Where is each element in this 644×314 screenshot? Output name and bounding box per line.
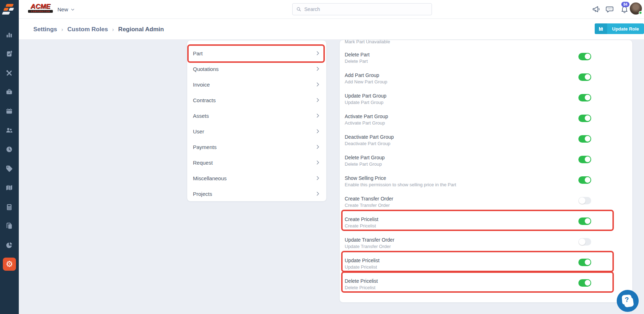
permission-subtitle: Update Part Group	[345, 99, 387, 106]
notification-badge: 84	[621, 2, 629, 7]
permission-toggle[interactable]	[578, 176, 591, 184]
category-item[interactable]: Miscellaneous	[187, 170, 326, 186]
permission-toggle[interactable]	[578, 135, 591, 143]
toggle-knob	[584, 73, 591, 81]
acme-logo[interactable]: ACME CORPORATION	[28, 3, 53, 16]
search-input[interactable]	[304, 6, 428, 12]
permission-text: Update Pricelist Update Pricelist	[345, 257, 379, 270]
toggle-knob	[584, 94, 591, 101]
save-icon	[595, 23, 607, 34]
calendar-icon	[5, 107, 13, 115]
sidebar-item-documents[interactable]	[5, 222, 13, 230]
sidebar-item-reports[interactable]	[5, 241, 13, 249]
category-item[interactable]: User	[187, 123, 326, 139]
permission-text: Activate Part Group Activate Part Group	[345, 113, 388, 126]
permission-subtitle: Delete Part	[345, 58, 370, 65]
search-icon	[296, 6, 301, 12]
category-label: User	[193, 128, 204, 134]
documents-icon	[5, 222, 13, 230]
help-button[interactable]: ?	[617, 290, 639, 312]
toggle-knob	[579, 238, 585, 245]
breadcrumb-current-page: Regional Admin	[118, 26, 164, 33]
permission-toggle[interactable]	[578, 279, 591, 287]
permission-toggle[interactable]	[578, 259, 591, 266]
permission-subtitle: Update Pricelist	[345, 264, 379, 270]
category-item[interactable]: Quotations	[187, 61, 326, 77]
chevron-right-icon	[315, 50, 321, 56]
permission-title: Create Pricelist	[345, 216, 378, 222]
permission-toggle[interactable]	[578, 197, 591, 204]
category-label: Part	[193, 50, 203, 56]
permission-toggle[interactable]	[578, 73, 591, 81]
permission-subtitle: Add New Part Group	[345, 79, 387, 85]
sidebar-item-timesheet[interactable]	[5, 145, 13, 154]
permission-subtitle: Update Transfer Order	[345, 243, 394, 250]
sidebar-item-map[interactable]	[5, 183, 13, 192]
sidebar-item-calendar[interactable]	[5, 107, 13, 115]
category-item[interactable]: Part	[187, 45, 326, 61]
toggle-knob	[584, 156, 591, 163]
toggle-knob	[579, 197, 585, 204]
permission-toggle[interactable]	[578, 94, 591, 101]
toggle-knob	[584, 217, 591, 225]
jobs-icon	[5, 50, 13, 58]
permission-row: Update Transfer Order Update Transfer Or…	[345, 232, 591, 253]
permission-row: Delete Part Delete Part	[345, 47, 591, 68]
chevron-down-icon	[71, 7, 75, 12]
sidebar-item-team[interactable]	[5, 126, 13, 134]
announcements-button[interactable]	[592, 5, 601, 14]
zuper-logo-icon[interactable]	[3, 4, 15, 16]
messages-button[interactable]	[605, 5, 614, 14]
sidebar-item-settings[interactable]: ⚙	[3, 258, 16, 271]
acme-logo-word: ACME	[28, 3, 53, 10]
chevron-right-icon	[315, 128, 321, 134]
permission-toggle[interactable]	[578, 156, 591, 163]
topbar: ACME CORPORATION New 84	[19, 0, 644, 19]
sidebar-item-tags[interactable]	[5, 164, 13, 173]
permission-subtitle: Enable this permission to show selling p…	[345, 182, 456, 188]
category-item[interactable]: Request	[187, 155, 326, 170]
permission-subtitle: Deactivate Part Group	[345, 141, 394, 147]
online-status-dot	[639, 11, 642, 15]
category-label: Contracts	[193, 97, 216, 103]
category-item[interactable]: Invoice	[187, 77, 326, 92]
permission-title: Show Selling Price	[345, 175, 456, 181]
permission-toggle[interactable]	[578, 217, 591, 225]
chat-icon	[605, 5, 614, 13]
update-role-button[interactable]: Update Role	[595, 23, 644, 34]
category-label: Projects	[193, 191, 212, 197]
tools-icon	[5, 69, 13, 77]
permission-toggle[interactable]	[578, 53, 591, 60]
permission-toggle[interactable]	[578, 115, 591, 122]
category-label: Request	[193, 160, 213, 166]
chevron-right-icon	[315, 191, 321, 197]
sidebar-item-analytics[interactable]	[5, 31, 13, 39]
breadcrumb-settings[interactable]: Settings	[33, 26, 57, 33]
sidebar-item-calculator[interactable]	[5, 203, 13, 211]
permission-text: Update Part Group Update Part Group	[345, 93, 387, 106]
calculator-icon	[5, 203, 13, 211]
permission-title: Update Part Group	[345, 93, 387, 99]
new-menu-label: New	[57, 6, 68, 12]
sidebar-item-services[interactable]	[5, 88, 13, 96]
toggle-knob	[584, 279, 591, 286]
sidebar-item-tools[interactable]	[5, 69, 13, 77]
category-label: Payments	[193, 144, 217, 150]
permission-text: Deactivate Part Group Deactivate Part Gr…	[345, 134, 394, 147]
category-item[interactable]: Payments	[187, 139, 326, 155]
category-item[interactable]: Projects	[187, 186, 326, 202]
breadcrumb-custom-roles[interactable]: Custom Roles	[67, 26, 108, 33]
permission-text: Create Pricelist Create Pricelist	[345, 216, 378, 229]
permission-toggle[interactable]	[578, 238, 591, 246]
pie-chart-icon	[5, 241, 13, 249]
user-avatar[interactable]	[630, 2, 642, 15]
category-item[interactable]: Contracts	[187, 92, 326, 108]
permission-row: Show Selling Price Enable this permissio…	[345, 171, 591, 191]
category-label: Assets	[193, 113, 209, 119]
category-item[interactable]: Assets	[187, 108, 326, 123]
toggle-knob	[584, 135, 591, 142]
permission-row: Update Pricelist Update Pricelist	[345, 253, 591, 274]
new-menu-button[interactable]: New	[57, 5, 75, 14]
sidebar-item-jobs[interactable]	[5, 50, 13, 58]
megaphone-icon	[592, 5, 600, 13]
